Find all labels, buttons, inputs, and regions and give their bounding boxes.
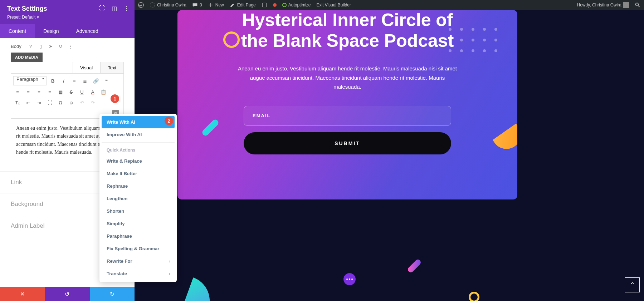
menu-divider bbox=[102, 142, 175, 143]
panel-footer: ✕ ↺ ↻ bbox=[0, 287, 135, 301]
editor-toolbar: Paragraph B I ≡ ≣ 🔗 ❝ ≡ ≡ ≡ ≡ ▦ S̶ U A bbox=[11, 73, 124, 119]
align-center-icon[interactable]: ≡ bbox=[24, 88, 33, 96]
underline-icon[interactable]: U bbox=[78, 88, 86, 96]
quick-actions-header: Quick Actions bbox=[102, 144, 175, 155]
settings-tabs: Content Design Advanced bbox=[0, 24, 135, 38]
comments-link[interactable]: 0 bbox=[192, 2, 202, 8]
more-icon[interactable]: ⋮ bbox=[123, 5, 130, 11]
site-name[interactable]: Christina Gwira bbox=[150, 2, 186, 8]
ai-rephrase[interactable]: Rephrase bbox=[102, 180, 175, 192]
record-indicator[interactable] bbox=[273, 3, 277, 7]
tab-content[interactable]: Content bbox=[0, 24, 35, 38]
new-link[interactable]: New bbox=[208, 2, 224, 8]
email-field[interactable]: EMAIL bbox=[244, 106, 451, 126]
ai-make-better[interactable]: Make It Better bbox=[102, 167, 175, 180]
divi-icon[interactable] bbox=[262, 2, 267, 8]
howdy-user[interactable]: Howdy, Christina Gwira bbox=[577, 2, 629, 8]
avatar-icon bbox=[623, 2, 629, 8]
dashboard-icon bbox=[150, 2, 155, 8]
divi-fab-button[interactable] bbox=[343, 273, 356, 285]
scroll-to-top-button[interactable]: ⌃ bbox=[625, 277, 640, 292]
outdent-icon[interactable]: ⇤ bbox=[24, 98, 33, 107]
italic-icon[interactable]: I bbox=[59, 77, 68, 85]
green-circle-icon bbox=[282, 3, 287, 7]
editor-tab-text[interactable]: Text bbox=[100, 62, 124, 73]
ai-simplify[interactable]: Simplify bbox=[102, 217, 175, 230]
editor-tab-visual[interactable]: Visual bbox=[73, 62, 100, 73]
ai-lengthen[interactable]: Lengthen bbox=[102, 192, 175, 205]
callout-marker-2: 2 bbox=[165, 117, 173, 125]
text-color-icon[interactable]: A bbox=[88, 88, 97, 96]
undo-icon[interactable]: ↶ bbox=[78, 98, 86, 107]
ai-fix-spelling[interactable]: Fix Spelling & Grammar bbox=[102, 242, 175, 255]
wp-admin-bar: Christina Gwira 0 New Edit Page Autoptim… bbox=[135, 0, 644, 10]
device-icon[interactable]: ▯ bbox=[38, 43, 44, 49]
emoji-icon[interactable]: ☺ bbox=[67, 98, 75, 107]
orange-shape-decoration bbox=[493, 124, 517, 155]
paste-icon[interactable]: 📋 bbox=[99, 88, 108, 96]
search-admin-icon[interactable] bbox=[635, 2, 640, 8]
tab-design[interactable]: Design bbox=[35, 24, 68, 38]
wp-logo-icon[interactable] bbox=[138, 2, 144, 8]
more-body-icon[interactable]: ⋮ bbox=[68, 43, 74, 49]
strike-icon[interactable]: S̶ bbox=[67, 88, 75, 96]
ai-translate[interactable]: Translate bbox=[102, 267, 175, 280]
ai-context-menu: Write With AI 2 Improve With AI Quick Ac… bbox=[99, 114, 177, 282]
pencil-icon bbox=[230, 2, 235, 8]
cursor-icon[interactable]: ➤ bbox=[48, 43, 54, 49]
ai-write-with-ai[interactable]: Write With AI 2 bbox=[102, 116, 175, 128]
table-icon[interactable]: ▦ bbox=[56, 88, 65, 96]
reset-icon[interactable]: ↺ bbox=[58, 43, 64, 49]
teal-quarter-decoration bbox=[185, 277, 217, 301]
redo-icon[interactable]: ↷ bbox=[88, 98, 97, 107]
small-yellow-ring-decoration bbox=[469, 292, 479, 301]
cancel-button[interactable]: ✕ bbox=[0, 287, 45, 301]
callout-marker-1: 1 bbox=[111, 94, 119, 103]
submit-button[interactable]: SUBMIT bbox=[244, 132, 451, 154]
layout-icon[interactable]: ◫ bbox=[111, 5, 117, 11]
add-media-button[interactable]: ADD MEDIA bbox=[11, 53, 43, 62]
svg-point-3 bbox=[635, 3, 638, 6]
ai-improve-with-ai[interactable]: Improve With AI bbox=[102, 128, 175, 141]
fullscreen-icon[interactable]: ⛶ bbox=[45, 98, 54, 107]
page-preview: Hysterical Inner Circle of the Blank Spa… bbox=[135, 10, 644, 301]
link-icon[interactable]: 🔗 bbox=[92, 77, 100, 85]
panel-header: Text Settings Preset: Default ▾ ⛶ ◫ ⋮ bbox=[0, 0, 135, 24]
omega-icon[interactable]: Ω bbox=[56, 98, 65, 107]
ai-paraphrase[interactable]: Paraphrase bbox=[102, 230, 175, 242]
svg-point-1 bbox=[150, 3, 155, 8]
comment-icon bbox=[192, 2, 198, 8]
red-dot-icon bbox=[273, 3, 277, 7]
indent-icon[interactable]: ⇥ bbox=[35, 98, 43, 107]
format-select[interactable]: Paragraph bbox=[13, 76, 47, 85]
tab-advanced[interactable]: Advanced bbox=[68, 24, 107, 38]
ai-write-replace[interactable]: Write & Replace bbox=[102, 155, 175, 167]
exit-visual-builder[interactable]: Exit Visual Builder bbox=[316, 3, 351, 8]
dot-grid-decoration bbox=[449, 28, 498, 52]
plus-icon bbox=[208, 2, 214, 8]
clear-format-icon[interactable]: Tₓ bbox=[13, 98, 22, 107]
edit-page-link[interactable]: Edit Page bbox=[230, 2, 256, 8]
preset-dropdown[interactable]: Preset: Default ▾ bbox=[7, 15, 127, 20]
cyan-pill-decoration bbox=[201, 118, 220, 137]
autoptimize-link[interactable]: Autoptimize bbox=[282, 3, 311, 8]
help-icon[interactable]: ? bbox=[28, 43, 34, 49]
align-left-icon[interactable]: ≡ bbox=[13, 88, 22, 96]
align-justify-icon[interactable]: ≡ bbox=[45, 88, 54, 96]
hero-paragraph: Anean eu enim justo. Vestibulum aliquam … bbox=[236, 64, 458, 92]
body-label: Body bbox=[11, 44, 21, 49]
ol-icon[interactable]: ≣ bbox=[81, 77, 89, 85]
svg-rect-2 bbox=[262, 3, 266, 7]
pink-pill-decoration bbox=[407, 258, 422, 273]
ai-shorten[interactable]: Shorten bbox=[102, 205, 175, 217]
undo-footer-button[interactable]: ↺ bbox=[45, 287, 89, 301]
expand-icon[interactable]: ⛶ bbox=[99, 5, 105, 11]
yellow-ring-decoration bbox=[223, 31, 240, 48]
bold-icon[interactable]: B bbox=[49, 77, 57, 85]
redo-footer-button[interactable]: ↻ bbox=[90, 287, 135, 301]
align-right-icon[interactable]: ≡ bbox=[35, 88, 43, 96]
quote-icon[interactable]: ❝ bbox=[102, 77, 111, 85]
ai-rewrite-for[interactable]: Rewrite For bbox=[102, 255, 175, 267]
hero-section: Hysterical Inner Circle of the Blank Spa… bbox=[177, 10, 517, 199]
ul-icon[interactable]: ≡ bbox=[70, 77, 79, 85]
